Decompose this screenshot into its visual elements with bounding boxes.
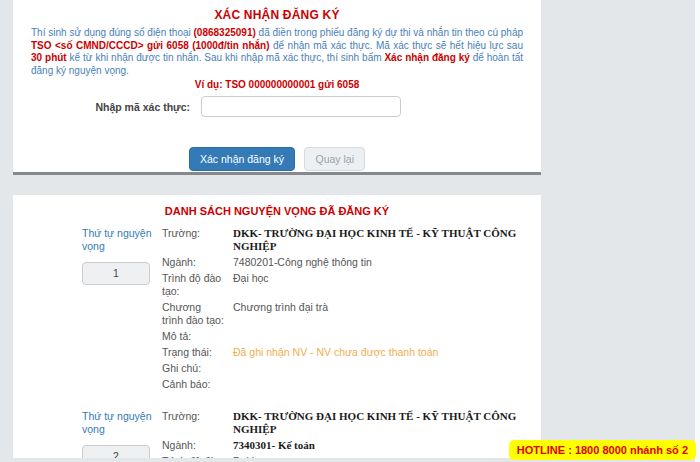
right-edge-strip bbox=[695, 0, 700, 462]
verification-code-label: Nhập mã xác thực: bbox=[13, 96, 201, 117]
wish-entry: Thứ tự nguyện vọng 1 Trường: DKK- TRƯỜNG… bbox=[13, 227, 541, 394]
field-row-status: Trạng thái: Đã ghi nhận NV - NV chưa đượ… bbox=[162, 346, 533, 359]
field-label: Trạng thái: bbox=[162, 346, 224, 359]
intro-segment: Thí sinh sử dụng đúng số điện thoại bbox=[31, 27, 194, 38]
field-label: Ngành: bbox=[162, 256, 224, 269]
intro-segment: kể từ khi nhận được tin nhắn. Sau khi nh… bbox=[67, 52, 385, 63]
program-name: Chương trình đại trà bbox=[224, 301, 533, 327]
field-row-degree: Trình độ đào tạo: Đại học bbox=[162, 455, 533, 458]
field-row-school: Trường: DKK- TRƯỜNG ĐẠI HỌC KINH TẾ - KỸ… bbox=[162, 227, 533, 253]
sms-example-text: Ví dụ: TSO 000000000001 gửi 6058 bbox=[13, 79, 541, 90]
confirmation-panel: XÁC NHẬN ĐĂNG KÝ Thí sinh sử dụng đúng s… bbox=[13, 0, 541, 175]
verification-code-input[interactable] bbox=[201, 96, 401, 117]
school-name: DKK- TRƯỜNG ĐẠI HỌC KINH TẾ - KỸ THUẬT C… bbox=[224, 410, 533, 436]
field-label: Ghi chú: bbox=[162, 362, 224, 375]
confirm-action-name: Xác nhận đăng ký bbox=[384, 52, 469, 63]
field-row-degree: Trình độ đào tạo: Đại học bbox=[162, 272, 533, 298]
description bbox=[224, 330, 533, 343]
wishlist-title: DANH SÁCH NGUYỆN VỌNG ĐÃ ĐĂNG KÝ bbox=[13, 205, 541, 217]
instructions-text: Thí sinh sử dụng đúng số điện thoại (086… bbox=[31, 27, 523, 77]
confirm-registration-button[interactable]: Xác nhận đăng ký bbox=[189, 147, 295, 171]
major-name: 7480201-Công nghệ thông tin bbox=[224, 256, 533, 269]
wish-entry: Thứ tự nguyện vọng 2 Trường: DKK- TRƯỜNG… bbox=[13, 410, 541, 458]
field-row-major: Ngành: 7480201-Công nghệ thông tin bbox=[162, 256, 533, 269]
back-button[interactable]: Quay lại bbox=[304, 147, 365, 171]
phone-number: (0868325091) bbox=[194, 27, 256, 38]
intro-segment: để nhận mã xác thực. Mã xác thực sẽ hết … bbox=[270, 40, 523, 51]
major-name: 7340301- Kế toán bbox=[224, 439, 533, 452]
hotline-badge: HOTLINE : 1800 8000 nhánh số 2 bbox=[509, 440, 696, 460]
school-name: DKK- TRƯỜNG ĐẠI HỌC KINH TẾ - KỸ THUẬT C… bbox=[224, 227, 533, 253]
note bbox=[224, 362, 533, 375]
field-row-note: Ghi chú: bbox=[162, 362, 533, 375]
status-badge: Đã ghi nhận NV - NV chưa được thanh toán bbox=[224, 346, 533, 359]
expiry-duration: 30 phút bbox=[31, 52, 67, 63]
wish-fields: Trường: DKK- TRƯỜNG ĐẠI HỌC KINH TẾ - KỸ… bbox=[162, 410, 541, 458]
field-row-program: Chương trình đào tạo: Chương trình đại t… bbox=[162, 301, 533, 327]
intro-segment: đã điền trong phiếu đăng ký dự thi và nh… bbox=[256, 27, 523, 38]
button-row: Xác nhận đăng ký Quay lại bbox=[13, 147, 541, 171]
verification-form-row: Nhập mã xác thực: bbox=[13, 96, 541, 117]
wish-order-value: 2 bbox=[82, 445, 150, 458]
field-label: Trình độ đào tạo: bbox=[162, 455, 224, 458]
field-row-description: Mô tả: bbox=[162, 330, 533, 343]
field-label: Trường: bbox=[162, 227, 224, 253]
wish-order-value: 1 bbox=[82, 262, 150, 285]
field-label: Trình độ đào tạo: bbox=[162, 272, 224, 298]
field-label: Chương trình đào tạo: bbox=[162, 301, 224, 327]
wish-order-column: Thứ tự nguyện vọng 2 bbox=[13, 410, 162, 458]
wishlist-panel: DANH SÁCH NGUYỆN VỌNG ĐÃ ĐĂNG KÝ Thứ tự … bbox=[13, 195, 541, 458]
field-label: Mô tả: bbox=[162, 330, 224, 343]
field-label: Cảnh báo: bbox=[162, 378, 224, 391]
wish-fields: Trường: DKK- TRƯỜNG ĐẠI HỌC KINH TẾ - KỸ… bbox=[162, 227, 541, 394]
field-row-major: Ngành: 7340301- Kế toán bbox=[162, 439, 533, 452]
wish-order-label: Thứ tự nguyện vọng bbox=[82, 410, 164, 436]
field-label: Ngành: bbox=[162, 439, 224, 452]
degree-level: Đại học bbox=[224, 455, 533, 458]
degree-level: Đại học bbox=[224, 272, 533, 298]
wish-order-label: Thứ tự nguyện vọng bbox=[82, 227, 164, 253]
sms-syntax: TSO <số CMND/CCCD> gửi 6058 (1000đ/tin n… bbox=[31, 40, 270, 51]
field-row-warning: Cảnh báo: bbox=[162, 378, 533, 391]
warning bbox=[224, 378, 533, 391]
field-row-school: Trường: DKK- TRƯỜNG ĐẠI HỌC KINH TẾ - KỸ… bbox=[162, 410, 533, 436]
page-title: XÁC NHẬN ĐĂNG KÝ bbox=[13, 8, 541, 22]
field-label: Trường: bbox=[162, 410, 224, 436]
wish-order-column: Thứ tự nguyện vọng 1 bbox=[13, 227, 162, 394]
